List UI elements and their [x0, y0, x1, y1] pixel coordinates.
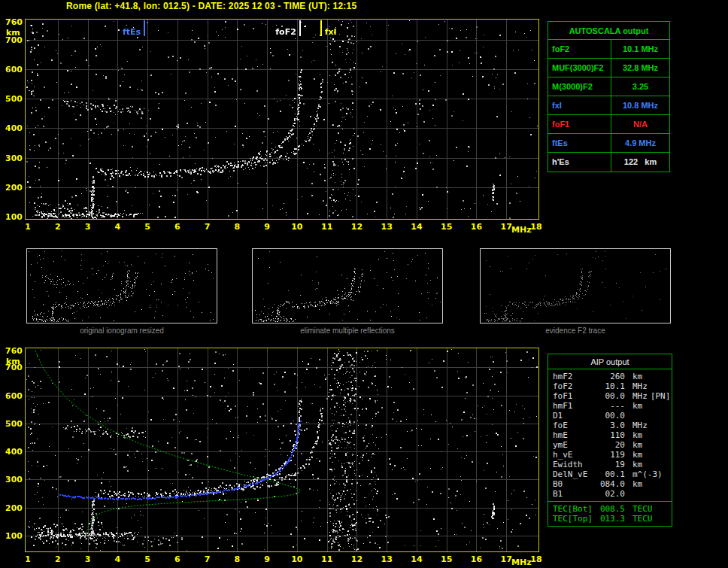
- y-tick-label: 760: [2, 17, 23, 27]
- aip-row-value: ---: [595, 401, 625, 411]
- aip-row-hmF1: hmF1---km: [548, 401, 672, 411]
- x-tick-label: 16: [468, 554, 484, 564]
- autoscala-row-label: foF1: [548, 115, 611, 133]
- aip-row-unit: km: [625, 440, 642, 450]
- y-tick-label: 300: [2, 475, 23, 484]
- aip-row-ymE: ymE20km: [548, 440, 672, 450]
- y-tick-label: 500: [2, 419, 23, 429]
- x-tick-label: 13: [378, 554, 395, 564]
- aip-row-unit: km: [625, 372, 642, 381]
- x-tick-label: 8: [229, 554, 245, 564]
- x-tick-label: 2: [50, 222, 66, 232]
- aip-row-value: 00.1: [595, 469, 625, 479]
- aip-row-unit: km: [625, 450, 642, 460]
- autoscala-row-value: 10.8 MHz: [611, 96, 669, 114]
- x-tick-label: 1: [20, 554, 36, 564]
- x-tick-label: 11: [319, 554, 335, 564]
- ionogram-plot-top: [25, 19, 539, 220]
- aip-row-label: hmF1: [548, 401, 595, 411]
- aip-row-hmE: hmE110km: [548, 430, 672, 440]
- x-tick-label: 8: [229, 222, 245, 232]
- y-tick-label: 400: [2, 123, 23, 133]
- x-tick-label: 14: [408, 222, 425, 232]
- y-tick-label: 600: [2, 65, 23, 74]
- aip-row-unit: [625, 489, 632, 499]
- y-tick-label: 300: [2, 153, 23, 163]
- marker-label-foF2: foF2: [275, 27, 296, 37]
- x-tick-label: 4: [109, 222, 126, 232]
- aip-row-value: 260: [595, 372, 625, 381]
- aip-row-unit: TECU: [625, 514, 653, 524]
- thumbnail-canvas-filtered: [253, 249, 442, 323]
- autoscala-row-value: N/A: [611, 115, 669, 133]
- y-tick-label: 760: [2, 346, 23, 356]
- autoscala-row-foF2: foF210.1 MHz: [548, 40, 669, 59]
- y-tick-label: 500: [2, 94, 23, 104]
- aip-row-TEC[Top]: TEC[Top]013.3TECU: [548, 514, 672, 524]
- aip-row-hmF2: hmF2260km: [548, 372, 672, 381]
- y-tick-label: 100: [2, 531, 23, 541]
- thumbnail-caption-filtered: eliminate multiple reflections: [252, 327, 443, 335]
- aip-row-label: hmE: [548, 430, 595, 440]
- x-tick-label: 17: [498, 222, 514, 232]
- autoscala-row-M(3000)F2: M(3000)F23.25: [548, 77, 669, 96]
- x-tick-label: 10: [289, 222, 305, 232]
- aip-row-label: h_vE: [548, 450, 595, 460]
- y-tick-label: 700: [2, 363, 23, 372]
- ionogram-plot-bottom: [25, 348, 539, 552]
- aip-row-value: 110: [595, 430, 625, 440]
- x-tick-label: 14: [408, 554, 425, 564]
- aip-row-label: TEC[Bot]: [548, 504, 595, 514]
- aip-row-value: 20: [595, 440, 625, 450]
- x-tick-label: 3: [80, 554, 96, 564]
- aip-row-h_vE: h_vE119km: [548, 450, 672, 460]
- x-tick-label: 2: [50, 554, 66, 564]
- aip-row-label: TEC[Top]: [548, 514, 595, 524]
- aip-row-unit: km: [625, 479, 642, 489]
- x-tick-label: 18: [528, 222, 544, 232]
- marker-label-ftEs: ftEs: [123, 27, 141, 37]
- x-tick-label: 5: [139, 222, 156, 232]
- autoscala-row-value: 32.8 MHz: [611, 59, 669, 77]
- aip-row-value: 3.0: [595, 421, 625, 430]
- x-tick-label: 5: [139, 554, 156, 564]
- aip-row-value: 013.3: [595, 514, 625, 524]
- autoscala-row-foF1: foF1N/A: [548, 115, 669, 134]
- aip-row-label: foE: [548, 421, 595, 430]
- autoscala-row-value: 3.25: [611, 77, 669, 96]
- x-tick-label: 18: [528, 554, 544, 564]
- x-tick-label: 6: [169, 222, 186, 232]
- x-tick-label: 9: [259, 222, 275, 232]
- autoscala-row-value: 122 km: [611, 153, 669, 172]
- aip-row-unit: MHz: [625, 391, 648, 401]
- marker-label-fxI: fxI: [325, 27, 337, 37]
- x-tick-label: 1: [20, 222, 36, 232]
- autoscala-row-fxI: fxI10.8 MHz: [548, 96, 669, 115]
- aip-row-label: ymE: [548, 440, 595, 450]
- x-tick-label: 9: [259, 554, 275, 564]
- autoscala-row-label: M(3000)F2: [548, 77, 611, 96]
- aip-row-unit: km: [625, 430, 642, 440]
- aip-row-unit: km: [625, 401, 642, 411]
- aip-row-value: 008.5: [595, 504, 625, 514]
- aip-row-label: foF1: [548, 391, 595, 401]
- thumbnail-caption-f2: evidence F2 trace: [480, 327, 671, 335]
- aip-row-DelN_vE: DelN_vE00.1m^(-3): [548, 469, 672, 479]
- aip-row-label: DelN_vE: [548, 469, 595, 479]
- x-tick-label: 12: [348, 222, 365, 232]
- autoscala-row-h'Es: h'Es122 km: [548, 153, 669, 172]
- aip-row-value: 00.0: [595, 391, 625, 401]
- aip-row-flag: [PN]: [648, 391, 671, 401]
- aip-row-label: D1: [548, 411, 595, 421]
- thumbnail-original-ionogram: [26, 248, 217, 323]
- aip-tec-rows: TEC[Bot]008.5TECUTEC[Top]013.3TECU: [548, 501, 672, 524]
- autoscala-output-table: AUTOSCALA output foF210.1 MHzMUF(3000)F2…: [548, 21, 670, 172]
- aip-row-unit: [625, 411, 632, 421]
- aip-row-value: 00.0: [595, 411, 625, 421]
- y-tick-label: 400: [2, 447, 23, 457]
- x-tick-label: 7: [199, 222, 216, 232]
- thumbnail-filtered-ionogram: [252, 248, 443, 323]
- autoscala-row-label: fxI: [548, 96, 611, 114]
- aip-table-title: AIP output: [548, 354, 672, 369]
- aip-row-TEC[Bot]: TEC[Bot]008.5TECU: [548, 504, 672, 514]
